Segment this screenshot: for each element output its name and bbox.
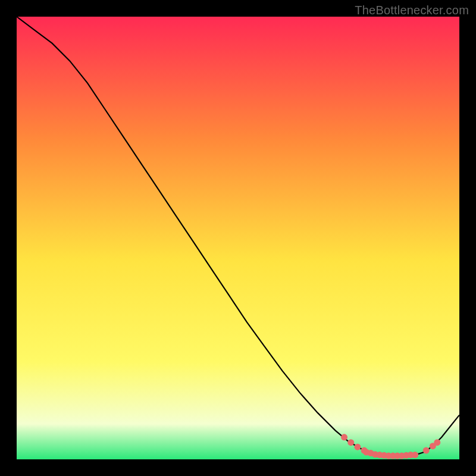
data-dot <box>341 434 347 440</box>
data-dot <box>354 444 361 450</box>
chart-svg <box>17 17 459 459</box>
data-dot <box>434 439 440 446</box>
data-dot <box>423 447 430 454</box>
data-dot <box>412 452 418 458</box>
watermark-text: TheBottlenecker.com <box>355 4 469 17</box>
plot-frame <box>17 17 459 459</box>
data-dot <box>347 439 354 446</box>
gradient-bg <box>17 17 459 459</box>
